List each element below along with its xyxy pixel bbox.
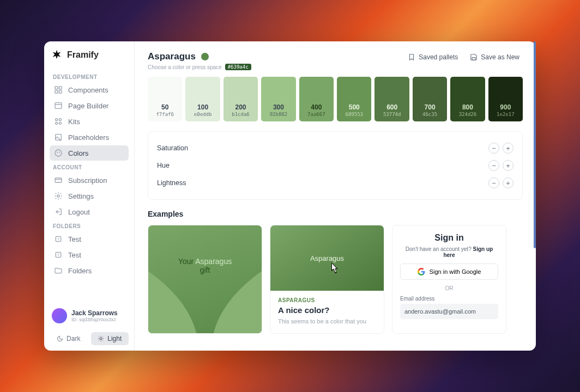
page-builder-icon [54, 101, 63, 110]
swatch-hex-label: e0eddb [194, 112, 212, 117]
swatch-600[interactable]: 60053774d [374, 77, 409, 121]
save-as-new-button[interactable]: Save as New [467, 51, 523, 63]
sidebar-item-test-1[interactable]: T Test [50, 231, 129, 247]
sun-icon [98, 335, 104, 342]
bookmark-icon [408, 53, 415, 61]
user-name: Jack Sparrows [71, 309, 118, 317]
section-folders: FOLDERS [50, 220, 129, 231]
brand-mark-icon [51, 49, 63, 61]
sidebar-item-colors[interactable]: Colors [50, 145, 129, 161]
svg-point-11 [55, 150, 62, 156]
scrollbar[interactable] [534, 41, 536, 248]
user-block[interactable]: Jack Sparrows ID: sqd3thqzr0ox3xz [50, 305, 129, 329]
swatch-200[interactable]: 200b1cda6 [223, 77, 258, 121]
example-signin-card: Sign in Don't have an account yet? Sign … [392, 225, 506, 334]
main-content: Asparagus Choose a color or press space … [135, 41, 536, 351]
example-color-card-tag: ASPARAGUS [278, 297, 376, 303]
saturation-decrease-button[interactable]: − [488, 143, 499, 154]
theme-light-button[interactable]: Light [91, 332, 129, 345]
sidebar-item-folders[interactable]: Folders [50, 263, 129, 278]
swatch-hex-label: 689553 [345, 112, 363, 117]
save-icon [470, 53, 478, 61]
email-label: Email address [400, 296, 498, 302]
swatch-900[interactable]: 9001e2e17 [488, 77, 523, 121]
google-icon [418, 268, 425, 275]
theme-toggle: Dark Light [50, 329, 129, 345]
subscription-icon [54, 176, 63, 185]
hue-increase-button[interactable]: + [503, 160, 513, 171]
sidebar-item-label: Colors [68, 149, 89, 157]
examples-row: Your Asparagus gift Asparagus ASPARAGUS … [148, 225, 523, 334]
sidebar: Framify DEVELOPMENT Components Page Buil… [44, 41, 135, 351]
brand-logo[interactable]: Framify [50, 49, 129, 61]
section-development: DEVELOPMENT [50, 71, 129, 82]
sidebar-item-settings[interactable]: Settings [50, 188, 129, 204]
sidebar-item-components[interactable]: Components [50, 82, 129, 97]
svg-text:T: T [57, 253, 59, 257]
svg-point-6 [56, 119, 58, 121]
saturation-increase-button[interactable]: + [503, 143, 513, 154]
sliders-panel: Saturation − + Hue − + Lightness − + [148, 131, 523, 200]
lightness-increase-button[interactable]: + [503, 177, 513, 188]
gear-icon [54, 192, 63, 200]
swatch-hex-label: 1e2e17 [497, 112, 515, 117]
svg-point-7 [59, 119, 61, 121]
svg-point-9 [59, 122, 61, 124]
sidebar-item-page-builder[interactable]: Page Builder [50, 98, 129, 113]
swatch-100[interactable]: 100e0eddb [185, 77, 220, 121]
sidebar-item-label: Page Builder [68, 102, 108, 110]
swatch-shade-label: 500 [349, 103, 360, 111]
theme-dark-label: Dark [67, 335, 80, 342]
swatch-700[interactable]: 70046c35 [413, 77, 447, 121]
sidebar-item-label: Placeholders [68, 133, 109, 142]
swatch-shade-label: 600 [386, 103, 397, 111]
swatch-300[interactable]: 30092b882 [261, 77, 295, 121]
swatch-hex-label: 46c35 [422, 112, 437, 117]
sidebar-item-label: Subscription [68, 176, 107, 185]
email-field[interactable] [400, 304, 498, 319]
google-signin-button[interactable]: Sign in with Google [400, 264, 498, 280]
sidebar-item-subscription[interactable]: Subscription [50, 173, 129, 188]
sidebar-item-placeholders[interactable]: Placeholders [50, 130, 129, 145]
saturation-label: Saturation [157, 144, 188, 152]
sidebar-item-test-2[interactable]: T Test [50, 247, 129, 262]
svg-rect-10 [56, 134, 62, 140]
swatch-shade-label: 300 [273, 103, 284, 111]
google-signin-label: Sign in with Google [430, 268, 481, 275]
theme-dark-button[interactable]: Dark [50, 332, 88, 345]
hue-decrease-button[interactable]: − [488, 160, 499, 171]
swatch-500[interactable]: 500689553 [337, 77, 371, 121]
swatch-50[interactable]: 50f7faf6 [148, 77, 182, 121]
sidebar-item-label: Logout [68, 208, 90, 216]
sidebar-item-kits[interactable]: Kits [50, 114, 129, 129]
saved-pallets-button[interactable]: Saved pallets [404, 51, 461, 63]
swatch-shade-label: 400 [311, 103, 322, 111]
color-subtitle: Choose a color or press space [148, 64, 222, 70]
sidebar-item-logout[interactable]: Logout [50, 204, 129, 219]
swatch-hex-label: 324d26 [459, 112, 477, 117]
swatch-800[interactable]: 800324d26 [450, 77, 485, 121]
swatch-shade-label: 50 [161, 103, 168, 111]
saturation-control: Saturation − + [157, 139, 513, 157]
avatar [52, 308, 67, 323]
kits-icon [54, 117, 63, 126]
svg-point-22 [100, 338, 102, 340]
logout-icon [54, 207, 63, 216]
theme-light-label: Light [107, 335, 122, 342]
svg-point-13 [59, 152, 60, 153]
swatch-shade-label: 200 [235, 103, 246, 111]
signin-signup-text: Don't have an account yet? Sign up here [400, 246, 498, 258]
lightness-decrease-button[interactable]: − [488, 177, 499, 188]
text-icon: T [54, 250, 63, 259]
placeholders-icon [54, 133, 63, 142]
example-color-card-desc: This seems to be a color that you [278, 318, 376, 324]
example-color-card-headline: A nice color? [278, 305, 376, 315]
examples-title: Examples [148, 210, 523, 218]
text-icon: T [54, 235, 63, 243]
hex-badge: #639a4c [225, 64, 251, 70]
example-gift-card: Your Asparagus gift [148, 225, 262, 334]
saved-pallets-label: Saved pallets [419, 53, 458, 61]
swatch-400[interactable]: 4007aa667 [299, 77, 334, 121]
swatch-shade-label: 700 [425, 103, 436, 111]
user-id: ID: sqd3thqzr0ox3xz [71, 317, 118, 322]
